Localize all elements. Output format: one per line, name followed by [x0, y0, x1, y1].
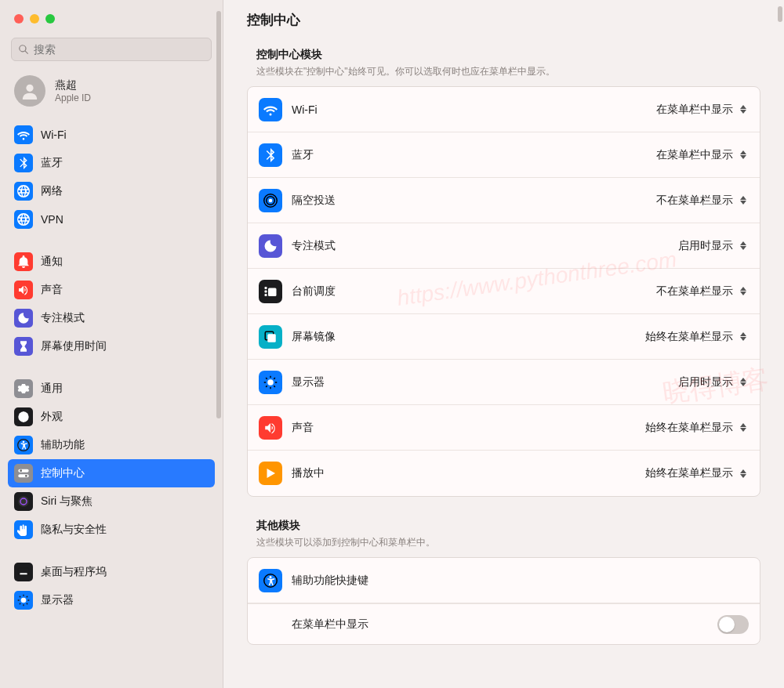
module-row-sound: 声音始终在菜单栏显示 — [248, 405, 760, 451]
sidebar-scrollbar[interactable] — [216, 11, 221, 418]
sidebar-item-moon[interactable]: 专注模式 — [8, 304, 215, 332]
module-label: 显示器 — [292, 375, 678, 389]
brightness-icon — [259, 371, 282, 394]
module-row-wifi: Wi-Fi在菜单栏中显示 — [248, 87, 760, 132]
account-sub: Apple ID — [55, 92, 91, 103]
sidebar-item-label: Siri 与聚焦 — [41, 494, 93, 509]
section-other-desc: 这些模块可以添加到控制中心和菜单栏中。 — [247, 536, 760, 549]
window-controls — [0, 0, 223, 38]
sidebar-item-dock[interactable]: 桌面与程序坞 — [8, 558, 215, 586]
bell-icon — [14, 252, 33, 271]
moon-icon — [259, 234, 282, 258]
dropdown-stepper[interactable] — [738, 329, 749, 345]
menubar-toggle[interactable] — [717, 615, 749, 634]
dropdown-stepper[interactable] — [738, 465, 749, 481]
airdrop-icon — [259, 189, 282, 212]
sidebar-item-switches[interactable]: 控制中心 — [8, 459, 215, 487]
play-icon — [259, 462, 282, 485]
module-value: 始终在菜单栏显示 — [645, 466, 733, 480]
module-row-mirror: 屏幕镜像始终在菜单栏显示 — [248, 314, 760, 360]
globe-icon — [14, 210, 33, 229]
module-value: 不在菜单栏显示 — [656, 194, 733, 208]
module-row-brightness: 显示器启用时显示 — [248, 360, 760, 405]
module-label: 屏幕镜像 — [292, 330, 645, 344]
sidebar-item-label: 控制中心 — [41, 466, 85, 480]
module-value: 在菜单栏中显示 — [656, 103, 733, 117]
other-subrow-label: 在菜单栏中显示 — [292, 617, 717, 632]
close-window-icon[interactable] — [14, 14, 24, 24]
sidebar-item-label: VPN — [41, 213, 64, 226]
sidebar-item-label: 蓝牙 — [41, 156, 63, 170]
dropdown-stepper[interactable] — [738, 238, 749, 254]
wifi-icon — [259, 98, 282, 121]
dropdown-stepper[interactable] — [738, 284, 749, 299]
account-row[interactable]: 燕超 Apple ID — [0, 71, 223, 121]
sidebar-item-wifi[interactable]: Wi-Fi — [8, 121, 215, 149]
bluetooth-icon — [14, 154, 33, 172]
sidebar-item-label: 显示器 — [41, 593, 74, 607]
hourglass-icon — [14, 337, 33, 356]
dropdown-stepper[interactable] — [738, 193, 749, 208]
module-label: 隔空投送 — [292, 194, 656, 208]
sound-icon — [259, 416, 282, 440]
modules-panel: Wi-Fi在菜单栏中显示蓝牙在菜单栏中显示隔空投送不在菜单栏显示专注模式启用时显… — [247, 86, 760, 497]
module-value: 启用时显示 — [678, 375, 733, 389]
appearance-icon — [14, 407, 33, 426]
sidebar-item-sound[interactable]: 声音 — [8, 276, 215, 304]
module-row-bluetooth: 蓝牙在菜单栏中显示 — [248, 132, 760, 178]
module-row-moon: 专注模式启用时显示 — [248, 223, 760, 269]
sidebar-item-bluetooth[interactable]: 蓝牙 — [8, 149, 215, 177]
dropdown-stepper[interactable] — [738, 147, 749, 163]
sidebar-item-label: 隐私与安全性 — [41, 523, 107, 537]
sidebar-item-label: 桌面与程序坞 — [41, 565, 107, 579]
sidebar-item-hourglass[interactable]: 屏幕使用时间 — [8, 332, 215, 360]
section-other-title: 其他模块 — [247, 519, 760, 533]
accessibility-icon — [14, 436, 33, 454]
gear-icon — [14, 379, 33, 398]
other-row-label: 辅助功能快捷键 — [292, 574, 749, 588]
module-label: Wi-Fi — [292, 103, 656, 116]
brightness-icon — [14, 591, 33, 610]
sidebar-item-brightness[interactable]: 显示器 — [8, 586, 215, 614]
siri-icon — [14, 492, 33, 511]
module-label: 专注模式 — [292, 239, 678, 253]
module-row-airdrop: 隔空投送不在菜单栏显示 — [248, 178, 760, 223]
sidebar-item-siri[interactable]: Siri 与聚焦 — [8, 487, 215, 516]
sound-icon — [14, 281, 33, 299]
sidebar-item-label: 外观 — [41, 410, 63, 424]
search-input[interactable] — [34, 43, 171, 56]
page-title: 控制中心 — [247, 11, 760, 29]
sidebar-item-globe[interactable]: VPN — [8, 205, 215, 234]
wifi-icon — [14, 125, 33, 144]
dropdown-stepper[interactable] — [738, 420, 749, 436]
minimize-window-icon[interactable] — [30, 14, 39, 24]
sidebar-item-accessibility[interactable]: 辅助功能 — [8, 431, 215, 459]
sidebar-item-hand[interactable]: 隐私与安全性 — [8, 516, 215, 544]
sidebar-item-label: 声音 — [41, 283, 63, 297]
sidebar: 燕超 Apple ID Wi-Fi蓝牙网络VPN 通知声音专注模式屏幕使用时间 … — [0, 0, 223, 688]
other-subrow-menubar: 在菜单栏中显示 — [248, 603, 760, 644]
search-field[interactable] — [11, 38, 212, 61]
sidebar-item-gear[interactable]: 通用 — [8, 375, 215, 403]
content-scrollbar[interactable] — [778, 6, 782, 22]
module-label: 声音 — [292, 421, 645, 435]
sidebar-nav: Wi-Fi蓝牙网络VPN 通知声音专注模式屏幕使用时间 通用外观辅助功能控制中心… — [0, 121, 223, 688]
sidebar-item-label: 辅助功能 — [41, 438, 85, 452]
fullscreen-window-icon[interactable] — [45, 14, 55, 24]
module-value: 始终在菜单栏显示 — [645, 421, 733, 435]
module-value: 始终在菜单栏显示 — [645, 330, 733, 344]
sidebar-item-bell[interactable]: 通知 — [8, 248, 215, 276]
sidebar-item-appearance[interactable]: 外观 — [8, 403, 215, 431]
sidebar-item-globe[interactable]: 网络 — [8, 177, 215, 205]
module-label: 台前调度 — [292, 284, 656, 299]
avatar — [14, 75, 45, 107]
section-modules-desc: 这些模块在"控制中心"始终可见。你可以选取何时也应在菜单栏中显示。 — [247, 65, 760, 78]
dropdown-stepper[interactable] — [738, 102, 749, 118]
sidebar-item-label: 通用 — [41, 382, 63, 396]
module-row-play: 播放中始终在菜单栏显示 — [248, 451, 760, 496]
sidebar-item-label: 屏幕使用时间 — [41, 339, 107, 353]
stage-icon — [259, 280, 282, 303]
dropdown-stepper[interactable] — [738, 375, 749, 390]
account-name: 燕超 — [55, 78, 91, 92]
module-value: 不在菜单栏显示 — [656, 284, 733, 299]
